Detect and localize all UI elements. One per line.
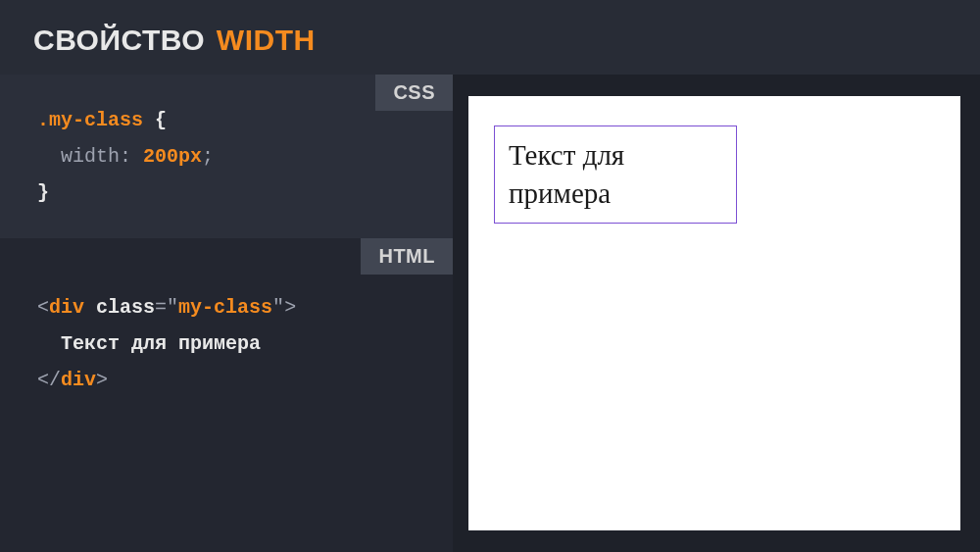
slide-header: СВОЙСТВО WIDTH: [0, 0, 980, 75]
html-attr-value: my-class: [178, 296, 272, 319]
css-tab: CSS: [375, 75, 453, 111]
html-tab: HTML: [361, 238, 453, 275]
css-semicolon: ;: [202, 145, 214, 168]
html-line-2: Текст для примера: [37, 326, 419, 362]
html-tag-open: div: [49, 296, 84, 319]
css-open-brace: {: [143, 109, 167, 131]
html-code-block: <div class="my-class"> Текст для примера…: [37, 289, 419, 398]
html-quote-open: ": [167, 296, 178, 319]
title-word-property: СВОЙСТВО: [33, 24, 205, 56]
css-code-section: CSS .my-class { width: 200px; }: [0, 75, 453, 238]
html-open-lt: <: [37, 296, 49, 319]
slide-title: СВОЙСТВО WIDTH: [33, 24, 947, 57]
html-line-1: <div class="my-class">: [37, 289, 419, 326]
css-line-3: }: [37, 175, 419, 211]
css-colon: :: [120, 145, 143, 168]
html-tag-close: div: [61, 369, 96, 391]
html-line-3: </div>: [37, 362, 419, 398]
css-property: width: [61, 145, 120, 168]
html-code-section: HTML <div class="my-class"> Текст для пр…: [0, 238, 453, 552]
html-attr-name: class: [96, 296, 155, 319]
css-close-brace: }: [37, 181, 49, 204]
css-selector: .my-class: [37, 109, 143, 131]
html-inner-text: Текст для примера: [61, 332, 261, 355]
slide-content: CSS .my-class { width: 200px; } HTML <di…: [0, 75, 980, 552]
html-close-gt: >: [96, 369, 108, 391]
preview-canvas: Текст для примера: [468, 96, 960, 530]
html-open-gt: >: [284, 296, 296, 319]
example-box: Текст для примера: [494, 125, 737, 224]
css-value: 200px: [143, 145, 202, 168]
html-quote-close: ": [272, 296, 284, 319]
preview-column: Текст для примера: [453, 75, 980, 552]
css-line-2: width: 200px;: [37, 138, 419, 175]
html-eq: =: [155, 296, 167, 319]
html-close-lt: </: [37, 369, 61, 391]
css-code-block: .my-class { width: 200px; }: [37, 102, 419, 211]
title-word-width: WIDTH: [217, 24, 316, 56]
css-line-1: .my-class {: [37, 102, 419, 138]
code-column: CSS .my-class { width: 200px; } HTML <di…: [0, 75, 453, 552]
